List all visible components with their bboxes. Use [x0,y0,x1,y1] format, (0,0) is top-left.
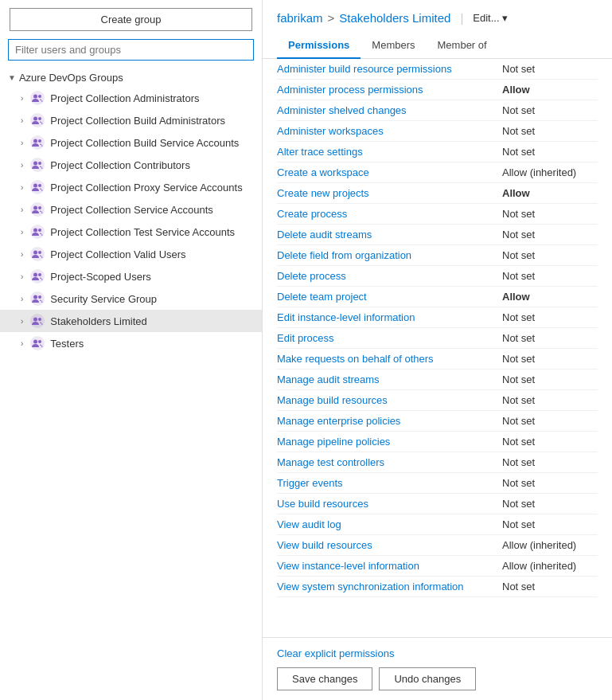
svg-point-2 [38,95,41,98]
permission-name[interactable]: Administer workspaces [277,125,384,137]
tree-items: › Project Collection Administrators › Pr… [0,87,262,354]
tree-item[interactable]: › Project-Scoped Users [0,265,262,287]
permission-name[interactable]: Administer process permissions [277,84,423,96]
item-chevron: › [21,339,23,348]
permission-row: View audit logNot set [277,514,598,535]
permission-name[interactable]: Manage enterprise policies [277,415,400,427]
permission-name[interactable]: Manage pipeline policies [277,436,390,448]
svg-point-30 [30,314,45,328]
permission-name[interactable]: Delete field from organization [277,249,411,261]
permission-value: Not set [486,456,598,468]
permission-row: View system synchronization informationN… [277,577,598,597]
permission-row: Administer process permissionsAllow [277,80,598,100]
svg-point-7 [33,139,37,143]
tree-item-label: Project Collection Proxy Service Account… [50,182,242,194]
permission-name[interactable]: View system synchronization information [277,581,464,592]
permission-value: Not set [486,436,598,448]
permission-value: Not set [486,373,598,385]
svg-point-3 [30,113,45,127]
tabs: PermissionsMembersMember of [277,33,598,58]
create-group-button[interactable]: Create group [10,8,252,31]
permission-row: View instance-level informationAllow (in… [277,556,598,577]
permission-name[interactable]: Create process [277,208,347,220]
tree-item[interactable]: › Stakeholders Limited [0,310,262,332]
svg-point-23 [38,251,41,254]
save-changes-button[interactable]: Save changes [277,667,372,690]
permissions-container: Administer build resource permissionsNot… [263,59,612,637]
tree-item[interactable]: › Project Collection Build Administrator… [0,109,262,131]
tree-item[interactable]: › Security Service Group [0,287,262,310]
svg-point-25 [33,273,37,277]
permission-name[interactable]: Make requests on behalf of others [277,353,434,365]
undo-changes-button[interactable]: Undo changes [379,667,476,690]
permission-name[interactable]: View build resources [277,539,372,551]
permission-name[interactable]: Create a workspace [277,166,369,178]
permission-value: Not set [486,415,598,427]
permission-row: Alter trace settingsNot set [277,142,598,162]
permission-row: Use build resourcesNot set [277,494,598,514]
permission-row: Manage build resourcesNot set [277,390,598,411]
permission-value: Not set [486,249,598,261]
permission-value: Not set [486,353,598,365]
tab-member-of[interactable]: Member of [427,33,498,59]
tree-item[interactable]: › Project Collection Contributors [0,154,262,176]
permission-row: Edit processNot set [277,328,598,349]
tree-item[interactable]: › Project Collection Build Service Accou… [0,131,262,154]
permission-name[interactable]: Alter trace settings [277,146,363,158]
item-chevron: › [21,183,23,192]
tree-item[interactable]: › Project Collection Administrators [0,87,262,109]
permission-name[interactable]: Manage audit streams [277,373,380,385]
svg-point-31 [33,318,37,322]
permission-name[interactable]: Use build resources [277,498,368,510]
permission-name[interactable]: Delete audit streams [277,229,372,241]
permission-name[interactable]: Edit instance-level information [277,311,415,323]
permission-value: Allow [486,84,598,96]
permission-name[interactable]: View instance-level information [277,560,419,572]
permission-name[interactable]: Administer build resource permissions [277,63,452,75]
breadcrumb-group[interactable]: Stakeholders Limited [339,11,450,25]
tree-item[interactable]: › Project Collection Proxy Service Accou… [0,176,262,198]
group-icon [29,246,45,262]
permission-name[interactable]: Create new projects [277,187,369,199]
footer: Clear explicit permissions Save changes … [263,637,612,700]
tree-item[interactable]: › Project Collection Test Service Accoun… [0,221,262,243]
svg-point-19 [33,229,37,233]
group-icon [29,313,45,329]
clear-permissions-link[interactable]: Clear explicit permissions [277,647,598,659]
tab-members[interactable]: Members [361,33,426,59]
permission-name[interactable]: Delete team project [277,291,367,303]
tree-item[interactable]: › Project Collection Valid Users [0,243,262,265]
permission-row: Manage enterprise policiesNot set [277,411,598,432]
tree-item[interactable]: › Testers [0,332,262,354]
group-icon [29,291,45,307]
left-panel: Create group ▼ Azure DevOps Groups › Pro… [0,0,263,700]
breadcrumb-org[interactable]: fabrikam [277,11,323,25]
item-chevron: › [21,116,23,125]
item-chevron: › [21,228,23,237]
permission-name[interactable]: Edit process [277,332,334,344]
edit-button[interactable]: Edit... ▾ [473,12,507,24]
permission-name[interactable]: Manage test controllers [277,456,384,468]
tree-item[interactable]: › Project Collection Service Accounts [0,198,262,221]
svg-point-16 [33,206,37,210]
permission-value: Not set [486,270,598,282]
item-chevron: › [21,94,23,103]
filter-input[interactable] [8,39,254,61]
permission-name[interactable]: Trigger events [277,477,343,489]
tree-item-label: Project Collection Build Administrators [50,115,225,127]
permission-row: Administer shelved changesNot set [277,100,598,121]
category-chevron: ▼ [8,73,16,82]
permission-row: Manage audit streamsNot set [277,370,598,390]
dropdown-arrow-icon: ▾ [502,12,508,24]
group-icon [29,335,45,351]
permission-name[interactable]: Delete process [277,270,346,282]
permission-value: Not set [486,581,598,592]
tab-permissions[interactable]: Permissions [277,33,361,59]
svg-point-34 [33,340,37,344]
svg-point-9 [30,158,45,172]
permission-name[interactable]: Manage build resources [277,394,388,406]
permission-name[interactable]: View audit log [277,518,341,530]
permission-value: Not set [486,311,598,323]
permission-name[interactable]: Administer shelved changes [277,104,407,116]
permission-row: Manage test controllersNot set [277,452,598,473]
